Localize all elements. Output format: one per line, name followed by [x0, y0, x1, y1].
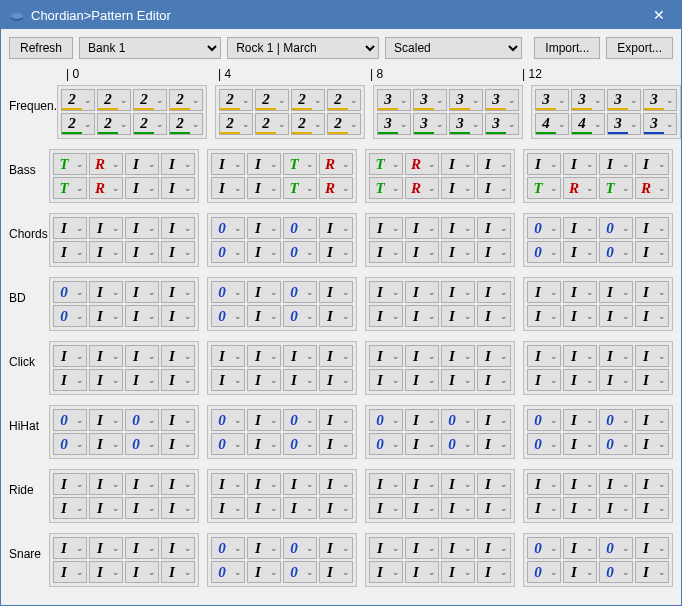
- pattern-cell[interactable]: 0⌄: [283, 409, 317, 431]
- pattern-cell[interactable]: R⌄: [635, 177, 669, 199]
- pattern-cell[interactable]: I⌄: [563, 241, 597, 263]
- pattern-cell[interactable]: I⌄: [405, 345, 439, 367]
- pattern-cell[interactable]: I⌄: [599, 473, 633, 495]
- pattern-cell[interactable]: I⌄: [477, 497, 511, 519]
- pattern-cell[interactable]: R⌄: [319, 153, 353, 175]
- pattern-cell[interactable]: I⌄: [125, 153, 159, 175]
- pattern-cell[interactable]: I⌄: [635, 281, 669, 303]
- pattern-cell[interactable]: 0⌄: [211, 561, 245, 583]
- pattern-cell[interactable]: I⌄: [53, 217, 87, 239]
- mode-select[interactable]: Scaled: [385, 37, 522, 59]
- pattern-cell[interactable]: I⌄: [161, 177, 195, 199]
- pattern-cell[interactable]: I⌄: [527, 305, 561, 327]
- pattern-cell[interactable]: 0⌄: [53, 281, 87, 303]
- import-button[interactable]: Import...: [534, 37, 600, 59]
- pattern-cell[interactable]: I⌄: [405, 241, 439, 263]
- pattern-cell[interactable]: I⌄: [247, 217, 281, 239]
- pattern-cell[interactable]: I⌄: [477, 281, 511, 303]
- pattern-cell[interactable]: I⌄: [405, 369, 439, 391]
- pattern-cell[interactable]: I⌄: [635, 433, 669, 455]
- pattern-cell[interactable]: I⌄: [369, 241, 403, 263]
- pattern-cell[interactable]: I⌄: [369, 537, 403, 559]
- pattern-cell[interactable]: I⌄: [405, 537, 439, 559]
- pattern-cell[interactable]: I⌄: [441, 217, 475, 239]
- pattern-cell[interactable]: 0⌄: [211, 433, 245, 455]
- pattern-cell[interactable]: 2⌄: [97, 113, 131, 135]
- pattern-cell[interactable]: I⌄: [635, 537, 669, 559]
- pattern-cell[interactable]: I⌄: [247, 537, 281, 559]
- close-icon[interactable]: ✕: [645, 7, 673, 23]
- pattern-cell[interactable]: R⌄: [89, 153, 123, 175]
- pattern-cell[interactable]: I⌄: [319, 433, 353, 455]
- pattern-cell[interactable]: I⌄: [405, 217, 439, 239]
- pattern-cell[interactable]: I⌄: [527, 281, 561, 303]
- pattern-cell[interactable]: I⌄: [635, 369, 669, 391]
- pattern-cell[interactable]: I⌄: [247, 561, 281, 583]
- pattern-cell[interactable]: I⌄: [125, 473, 159, 495]
- pattern-cell[interactable]: I⌄: [369, 281, 403, 303]
- pattern-cell[interactable]: I⌄: [441, 537, 475, 559]
- pattern-cell[interactable]: I⌄: [247, 497, 281, 519]
- pattern-cell[interactable]: I⌄: [477, 473, 511, 495]
- pattern-cell[interactable]: I⌄: [319, 217, 353, 239]
- pattern-cell[interactable]: I⌄: [89, 537, 123, 559]
- pattern-cell[interactable]: 0⌄: [441, 433, 475, 455]
- pattern-cell[interactable]: I⌄: [563, 433, 597, 455]
- pattern-cell[interactable]: 3⌄: [449, 89, 483, 111]
- pattern-cell[interactable]: I⌄: [161, 473, 195, 495]
- pattern-cell[interactable]: I⌄: [477, 177, 511, 199]
- pattern-cell[interactable]: I⌄: [53, 537, 87, 559]
- pattern-cell[interactable]: I⌄: [247, 281, 281, 303]
- pattern-cell[interactable]: 0⌄: [283, 241, 317, 263]
- pattern-cell[interactable]: R⌄: [405, 153, 439, 175]
- pattern-cell[interactable]: I⌄: [161, 497, 195, 519]
- pattern-cell[interactable]: 2⌄: [133, 113, 167, 135]
- pattern-cell[interactable]: I⌄: [405, 561, 439, 583]
- pattern-cell[interactable]: I⌄: [319, 281, 353, 303]
- preset-select[interactable]: Rock 1 | March: [227, 37, 379, 59]
- pattern-cell[interactable]: 0⌄: [211, 217, 245, 239]
- pattern-cell[interactable]: I⌄: [247, 473, 281, 495]
- pattern-cell[interactable]: I⌄: [211, 497, 245, 519]
- pattern-cell[interactable]: I⌄: [441, 305, 475, 327]
- pattern-cell[interactable]: I⌄: [369, 345, 403, 367]
- pattern-cell[interactable]: I⌄: [211, 177, 245, 199]
- pattern-cell[interactable]: I⌄: [283, 473, 317, 495]
- pattern-cell[interactable]: 0⌄: [125, 433, 159, 455]
- pattern-cell[interactable]: 2⌄: [291, 113, 325, 135]
- pattern-cell[interactable]: I⌄: [441, 177, 475, 199]
- pattern-cell[interactable]: R⌄: [319, 177, 353, 199]
- pattern-cell[interactable]: I⌄: [283, 345, 317, 367]
- pattern-cell[interactable]: 0⌄: [599, 241, 633, 263]
- pattern-cell[interactable]: I⌄: [527, 369, 561, 391]
- pattern-cell[interactable]: I⌄: [283, 369, 317, 391]
- pattern-cell[interactable]: I⌄: [635, 153, 669, 175]
- pattern-cell[interactable]: R⌄: [405, 177, 439, 199]
- pattern-cell[interactable]: I⌄: [247, 305, 281, 327]
- pattern-cell[interactable]: 2⌄: [61, 113, 95, 135]
- pattern-cell[interactable]: I⌄: [405, 281, 439, 303]
- pattern-cell[interactable]: 0⌄: [441, 409, 475, 431]
- export-button[interactable]: Export...: [606, 37, 673, 59]
- pattern-cell[interactable]: 0⌄: [283, 281, 317, 303]
- pattern-cell[interactable]: 2⌄: [169, 113, 203, 135]
- pattern-cell[interactable]: 0⌄: [527, 433, 561, 455]
- pattern-cell[interactable]: I⌄: [477, 345, 511, 367]
- pattern-cell[interactable]: 0⌄: [527, 217, 561, 239]
- pattern-cell[interactable]: I⌄: [635, 241, 669, 263]
- pattern-cell[interactable]: 0⌄: [211, 241, 245, 263]
- pattern-cell[interactable]: I⌄: [635, 473, 669, 495]
- pattern-cell[interactable]: 0⌄: [125, 409, 159, 431]
- pattern-cell[interactable]: I⌄: [441, 345, 475, 367]
- pattern-cell[interactable]: I⌄: [635, 497, 669, 519]
- pattern-cell[interactable]: T⌄: [599, 177, 633, 199]
- pattern-cell[interactable]: 0⌄: [527, 537, 561, 559]
- pattern-cell[interactable]: I⌄: [635, 561, 669, 583]
- pattern-cell[interactable]: I⌄: [53, 241, 87, 263]
- pattern-cell[interactable]: I⌄: [53, 561, 87, 583]
- pattern-cell[interactable]: I⌄: [89, 369, 123, 391]
- pattern-cell[interactable]: I⌄: [89, 409, 123, 431]
- pattern-cell[interactable]: I⌄: [125, 305, 159, 327]
- pattern-cell[interactable]: 3⌄: [571, 89, 605, 111]
- pattern-cell[interactable]: 3⌄: [607, 89, 641, 111]
